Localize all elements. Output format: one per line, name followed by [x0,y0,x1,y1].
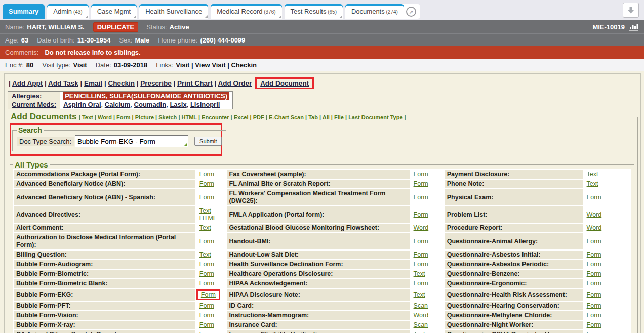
open-as-form-link[interactable]: Form [199,331,214,333]
doc-type-link-word[interactable]: Word [98,114,112,120]
open-as-html-link[interactable]: HTML [199,215,217,222]
open-as-text-link[interactable]: Text [414,270,425,277]
doc-type-link-file[interactable]: File [334,114,344,120]
action-link-print-chart[interactable]: Print Chart [177,79,213,87]
doc-type-name: Accommodations Package (Portal Form): [14,170,195,179]
open-as-form-link[interactable]: Form [414,180,428,187]
tab-case-mgmt[interactable]: Case Mgmt [91,4,137,19]
open-as-form-link[interactable]: Form [414,261,428,268]
doc-type-link-cell: Form [584,289,630,301]
doc-type-search-input[interactable] [75,135,188,147]
tab-documents[interactable]: Documents (274) [345,4,404,19]
doc-type-link-pdf[interactable]: PDF [253,114,264,120]
open-as-form-link[interactable]: Form [199,238,214,245]
action-link-add-document[interactable]: Add Document [260,79,309,87]
open-as-form-link[interactable]: Form [199,302,214,309]
action-link-add-task[interactable]: Add Task [48,79,78,87]
open-as-form-link[interactable]: Form [587,270,601,277]
allergy-item-penicillins[interactable]: PENICILLINS [65,92,106,100]
enc-link-view-visit[interactable]: View Visit [195,61,225,69]
action-link-email[interactable]: Email [84,79,102,87]
med-item-calcium[interactable]: Calcium [105,101,131,108]
tab-admin[interactable]: Admin (43) [47,4,88,19]
open-as-form-link[interactable]: Form [587,194,601,201]
tab-medical-record[interactable]: Medical Record (376) [211,4,281,19]
doc-type-link-html[interactable]: HTML [182,114,197,120]
open-as-form-link[interactable]: Form [414,211,428,218]
download-button[interactable] [623,3,639,18]
enc-link-visit[interactable]: Visit [176,61,189,69]
tab-health-surveillance[interactable]: Health Surveillance [139,4,208,19]
open-as-text-link[interactable]: Text [199,207,211,214]
action-link-add-appt[interactable]: Add Appt [12,79,43,87]
open-as-word-link[interactable]: Word [587,224,602,231]
open-as-word-link[interactable]: Word [414,312,429,319]
open-as-text-link[interactable]: Text [414,331,425,333]
allergies-link[interactable]: Allergies: [12,92,42,100]
doc-type-link-e-chart-scan[interactable]: E-Chart Scan [269,114,304,120]
open-as-form-link[interactable]: Form [587,238,601,245]
med-item-coumadin[interactable]: Coumadin [134,101,167,108]
open-as-form-link[interactable]: Form [414,251,428,258]
open-as-form-link[interactable]: Form [414,171,428,178]
open-as-scan-link[interactable]: Scan [414,321,428,328]
submit-button[interactable]: Submit [194,137,222,146]
doc-type-link-last-document-type[interactable]: Last Document Type [348,114,402,120]
open-as-text-link[interactable]: Text [587,180,598,187]
doc-type-link-text[interactable]: Text [82,114,93,120]
tab-menu-fold-icon [205,15,208,18]
table-row: Advanced Directives:TextHTMLFMLA Applica… [14,206,630,223]
open-as-form-link[interactable]: Form [199,321,214,328]
open-as-form-link[interactable]: Form [414,194,428,201]
open-as-text-link[interactable]: Text [587,171,598,178]
action-link-checkin[interactable]: Checkin [108,79,135,87]
doc-type-link-tab[interactable]: Tab [308,114,318,120]
open-as-form-link[interactable]: Form [587,291,601,298]
doc-type-link-cell: Form [196,260,226,269]
open-as-form-link[interactable]: Form [199,171,214,178]
action-link-prescribe[interactable]: Prescribe [140,79,172,87]
tab-test-results[interactable]: Test Results (65) [285,4,343,19]
open-as-form-link[interactable]: Form [199,270,214,277]
enc-link-checkin[interactable]: Checkin [231,61,257,69]
doc-type-name: CA Animal Bite or Scratch Report: [14,330,195,333]
open-as-text-link[interactable]: Text [414,291,425,298]
doc-type-link-form[interactable]: Form [116,114,131,120]
doc-type-link-picture[interactable]: Picture [135,114,154,120]
open-as-form-link[interactable]: Form [587,251,601,258]
action-link-add-order[interactable]: Add Order [218,79,252,87]
open-as-form-link[interactable]: Form [587,321,601,328]
open-as-form-link[interactable]: Form [199,280,214,287]
open-as-form-link[interactable]: Form [201,291,216,298]
open-as-form-link[interactable]: Form [414,238,428,245]
med-item-aspirin-oral[interactable]: Aspirin Oral [63,101,101,108]
doc-type-link-all[interactable]: All [323,114,330,120]
open-as-form-link[interactable]: Form [199,312,214,319]
open-as-form-link[interactable]: Form [199,180,214,187]
table-row: Bubble Form-PFT:FormID Card:ScanQuestion… [14,302,630,310]
open-as-scan-link[interactable]: Scan [414,302,428,309]
doc-type-link-sketch[interactable]: Sketch [158,114,177,120]
current-meds-link[interactable]: Current Meds: [12,101,56,108]
open-as-form-link[interactable]: Form [587,280,601,287]
open-as-word-link[interactable]: Word [414,224,429,231]
doc-type-link-excel[interactable]: Excel [234,114,249,120]
open-as-text-link[interactable]: Text [199,224,211,231]
doc-type-link-cell: TextHTML [196,206,226,223]
flowsheet-chart-icon[interactable] [629,23,639,31]
open-as-form-link[interactable]: Form [587,312,601,319]
open-as-form-link[interactable]: Form [587,261,601,268]
open-as-form-link[interactable]: Form [587,331,601,333]
popout-icon[interactable]: ↗ [406,7,416,17]
med-item-lisinopril[interactable]: Lisinopril [190,101,220,108]
open-as-form-link[interactable]: Form [199,261,214,268]
open-as-word-link[interactable]: Word [587,211,602,218]
open-as-text-link[interactable]: Text [199,251,211,258]
med-item-lasix[interactable]: Lasix [170,101,186,108]
tab-summary[interactable]: Summary [3,4,45,19]
open-as-form-link[interactable]: Form [414,280,428,287]
open-as-form-link[interactable]: Form [587,302,601,309]
open-as-form-link[interactable]: Form [199,194,214,201]
allergy-item-sulfa-sulfonamide-antibiotics[interactable]: SULFA(SULFONAMIDE ANTIBIOTICS) [109,92,227,100]
doc-type-link-encounter[interactable]: Encounter [202,114,229,120]
